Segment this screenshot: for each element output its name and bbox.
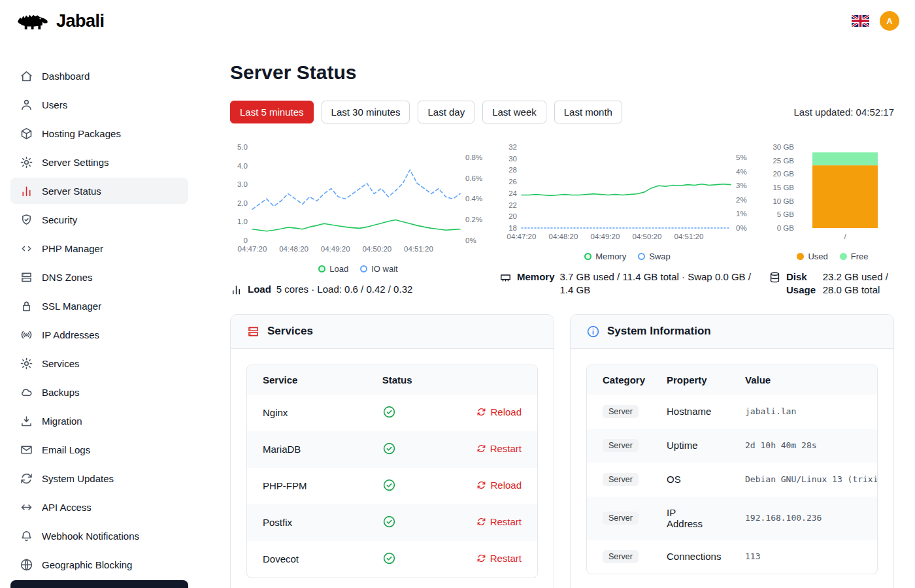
legend-item-io-wait[interactable]: IO wait (360, 264, 397, 274)
user-avatar[interactable]: A (880, 11, 899, 31)
sidebar-item-ssl-manager[interactable]: SSL Manager (10, 293, 188, 319)
lock-icon (20, 299, 33, 313)
legend-item-used[interactable]: Used (797, 252, 827, 261)
svg-text:28: 28 (508, 166, 517, 174)
language-flag-icon[interactable] (852, 15, 869, 27)
service-name: Dovecot (247, 541, 367, 578)
svg-text:30 GB: 30 GB (773, 143, 794, 151)
service-status (367, 541, 461, 578)
restart-button[interactable]: Restart (476, 443, 522, 454)
memory-chart-block: 32302826242220185%4%3%2%1%0%04:47:2004:4… (499, 140, 756, 297)
svg-text:30: 30 (508, 155, 517, 163)
disk-chart-block: 30 GB25 GB20 GB15 GB10 GB5 GB0 GB/ UsedF… (769, 140, 897, 297)
svg-text:26: 26 (508, 178, 517, 186)
system-info-card: System Information Category Property Val… (570, 314, 894, 588)
legend-item-load[interactable]: Load (318, 264, 348, 274)
service-row: DovecotRestart (247, 541, 537, 578)
restart-button[interactable]: Restart (476, 553, 522, 564)
sidebar-item-server-settings[interactable]: Server Settings (10, 149, 188, 175)
time-range-last-month[interactable]: Last month (554, 101, 622, 123)
legend-item-memory[interactable]: Memory (584, 252, 626, 261)
legend-marker (584, 253, 591, 260)
sysinfo-category: Server (587, 540, 651, 574)
service-row: NginxReload (247, 395, 537, 431)
load-chart-block: 5.04.03.02.01.000.8%0.6%0.4%0.2%0%04:47:… (230, 140, 486, 297)
sidebar-item-security[interactable]: Security (10, 206, 188, 233)
memory-chart: 32302826242220185%4%3%2%1%0%04:47:2004:4… (499, 140, 756, 246)
sidebar-item-system-updates[interactable]: System Updates (10, 465, 188, 491)
refresh-icon (476, 553, 486, 563)
svg-text:5.0: 5.0 (237, 143, 248, 151)
service-row: PostfixRestart (247, 504, 537, 541)
time-range-last-day[interactable]: Last day (418, 101, 474, 123)
sidebar-item-dashboard[interactable]: Dashboard (10, 63, 188, 89)
sidebar-item-dns-zones[interactable]: DNS Zones (10, 264, 188, 290)
sysinfo-row: ServerUptime2d 10h 40m 28s (587, 429, 877, 463)
svg-text:04:51:20: 04:51:20 (404, 245, 433, 253)
disk-summary-label: Disk Usage (786, 270, 818, 297)
info-icon (586, 325, 600, 338)
time-range-last-5-minutes[interactable]: Last 5 minutes (230, 101, 314, 123)
sidebar-item-label: Users (42, 99, 67, 110)
time-range-last-week[interactable]: Last week (482, 101, 546, 123)
refresh-icon (476, 444, 486, 453)
system-info-card-body: Category Property Value ServerHostnameja… (571, 349, 893, 588)
sidebar-item-ip-addresses[interactable]: IP Addresses (10, 321, 188, 348)
sidebar-item-label: Migration (42, 416, 82, 427)
system-info-table-header: Category Property Value (587, 365, 877, 395)
legend-item-free[interactable]: Free (840, 252, 869, 261)
time-range-last-30-minutes[interactable]: Last 30 minutes (322, 101, 410, 123)
service-action-cell: Restart (461, 431, 537, 468)
svg-text:4%: 4% (736, 168, 747, 176)
memory-chart-legend: MemorySwap (499, 252, 756, 261)
sidebar-item-hosting-packages[interactable]: Hosting Packages (10, 120, 188, 146)
svg-text:20: 20 (508, 212, 517, 220)
reload-button[interactable]: Reload (476, 406, 522, 417)
column-value: Value (729, 365, 877, 395)
sidebar-item-server-status[interactable]: Server Status (10, 178, 188, 204)
disk-chart: 30 GB25 GB20 GB15 GB10 GB5 GB0 GB/ (769, 140, 897, 246)
sidebar-bottom-item[interactable] (10, 580, 188, 588)
sysinfo-property: Uptime (651, 429, 729, 463)
svg-text:2%: 2% (736, 196, 747, 204)
gear-icon (20, 357, 33, 370)
header-right: A (852, 11, 899, 31)
sidebar-item-migration[interactable]: Migration (10, 408, 188, 434)
users-icon (20, 98, 33, 112)
shield-icon (20, 213, 33, 227)
sidebar-item-label: PHP Manager (42, 243, 103, 254)
load-chart: 5.04.03.02.01.000.8%0.6%0.4%0.2%0%04:47:… (230, 140, 486, 259)
mail-icon (20, 443, 33, 457)
sidebar: DashboardUsersHosting PackagesServer Set… (0, 42, 199, 588)
column-property: Property (651, 365, 729, 395)
svg-text:/: / (844, 233, 846, 240)
services-card-header: Services (231, 315, 554, 349)
service-row: PHP-FPMReload (247, 468, 537, 504)
sidebar-item-geographic-blocking[interactable]: Geographic Blocking (10, 551, 188, 578)
svg-text:24: 24 (508, 189, 517, 197)
legend-item-swap[interactable]: Swap (638, 252, 671, 261)
service-status (367, 431, 461, 468)
sidebar-item-users[interactable]: Users (10, 91, 188, 118)
load-summary-text: 5 cores · Load: 0.6 / 0.42 / 0.32 (276, 283, 412, 296)
restart-button[interactable]: Restart (476, 516, 522, 527)
svg-text:04:47:20: 04:47:20 (507, 233, 537, 240)
reload-button[interactable]: Reload (476, 480, 522, 491)
sysinfo-value: jabali.lan (729, 395, 877, 429)
category-badge: Server (603, 473, 639, 486)
sidebar-item-backups[interactable]: Backups (10, 379, 188, 405)
sidebar-item-label: Server Status (42, 186, 101, 197)
service-action-cell: Reload (461, 468, 537, 504)
svg-text:04:48:20: 04:48:20 (549, 233, 578, 240)
sidebar-item-api-access[interactable]: API Access (10, 494, 188, 520)
svg-text:0: 0 (244, 237, 248, 244)
disk-chart-legend: UsedFree (769, 252, 897, 261)
sidebar-item-email-logs[interactable]: Email Logs (10, 436, 188, 463)
action-label: Reload (490, 480, 522, 491)
svg-text:3%: 3% (736, 182, 747, 189)
sysinfo-value: 192.168.100.236 (729, 497, 877, 540)
sidebar-item-webhook-notifications[interactable]: Webhook Notifications (10, 523, 188, 549)
sidebar-item-services[interactable]: Services (10, 350, 188, 376)
sidebar-item-php-manager[interactable]: PHP Manager (10, 235, 188, 261)
sidebar-item-label: DNS Zones (42, 272, 93, 283)
